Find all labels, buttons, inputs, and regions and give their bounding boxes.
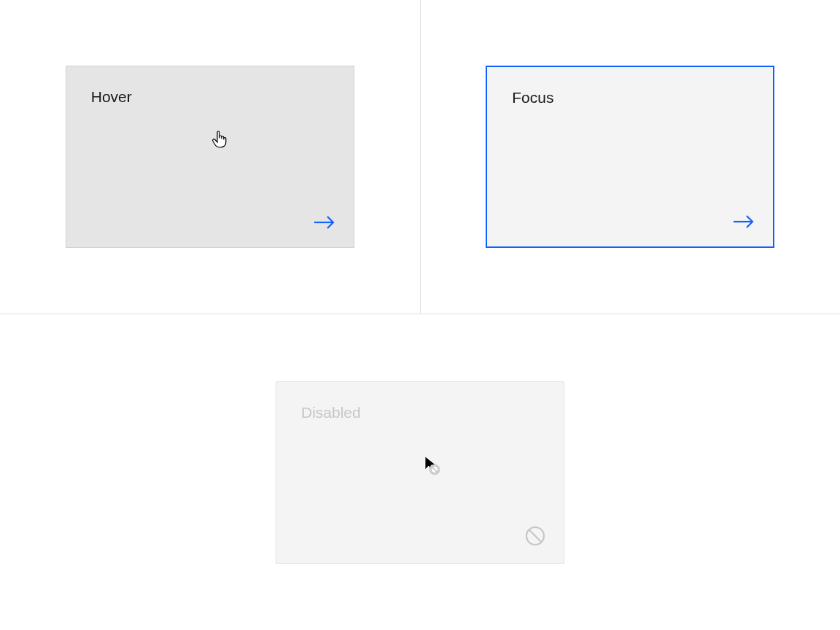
top-row: Hover Focus [0, 0, 840, 314]
disabled-tile: Disabled [276, 381, 564, 564]
hover-cell: Hover [0, 0, 421, 314]
arrow-right-icon [313, 215, 336, 230]
pointer-hand-icon [211, 131, 228, 149]
arrow-right-icon [732, 214, 755, 229]
focus-cell: Focus [421, 0, 841, 314]
prohibit-icon [524, 525, 546, 547]
svg-line-6 [529, 529, 542, 542]
bottom-row: Disabled [0, 314, 840, 630]
hover-label: Hover [91, 88, 329, 106]
disabled-label: Disabled [301, 404, 539, 421]
hover-tile[interactable]: Hover [66, 66, 354, 248]
focus-tile[interactable]: Focus [486, 66, 774, 248]
focus-label: Focus [512, 89, 748, 106]
not-allowed-cursor-icon [422, 455, 441, 475]
